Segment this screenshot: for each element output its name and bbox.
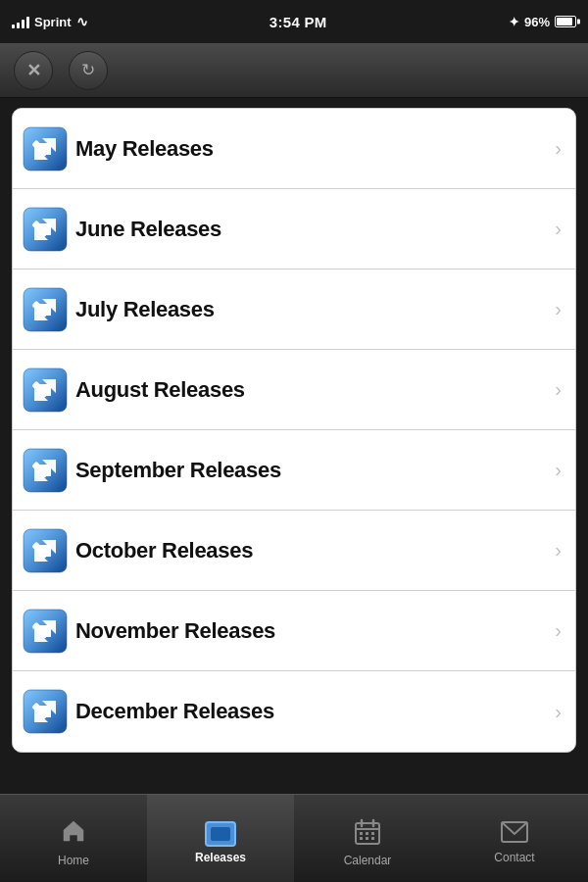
refresh-button[interactable]: ↻ [69, 51, 108, 90]
signal-bars [12, 15, 29, 28]
item-label: December Releases [75, 699, 549, 724]
svg-rect-19 [39, 384, 51, 396]
refresh-icon: ↻ [81, 62, 95, 78]
tab-bar: Home Releases Calendar [0, 794, 588, 882]
toolbar: ✕ ↻ [0, 43, 588, 98]
status-left: Sprint ∿ [12, 14, 88, 29]
svg-rect-49 [371, 837, 374, 840]
svg-rect-29 [39, 545, 51, 557]
home-icon [60, 817, 87, 850]
chevron-right-icon: › [555, 378, 562, 401]
tab-contact[interactable]: Contact [441, 795, 588, 882]
close-button[interactable]: ✕ [14, 51, 53, 90]
item-arrow-icon [23, 126, 68, 172]
bluetooth-icon: ✦ [509, 15, 519, 29]
item-arrow-icon [23, 689, 68, 734]
tab-releases-label: Releases [195, 851, 246, 864]
item-label: November Releases [75, 618, 549, 644]
svg-rect-39 [39, 706, 51, 717]
item-arrow-icon [23, 287, 68, 332]
chevron-right-icon: › [555, 701, 562, 723]
calendar-icon [354, 818, 381, 850]
item-label: October Releases [75, 538, 549, 564]
svg-rect-4 [39, 143, 51, 155]
releases-list: May Releases› [12, 108, 576, 753]
svg-rect-14 [39, 304, 51, 316]
tab-releases[interactable]: Releases [147, 795, 294, 882]
tab-calendar[interactable]: Calendar [294, 795, 441, 882]
list-item[interactable]: August Releases› [13, 350, 575, 430]
item-arrow-icon [23, 368, 68, 413]
svg-rect-48 [366, 837, 368, 840]
status-right: ✦ 96% [509, 15, 576, 29]
svg-rect-24 [39, 465, 51, 476]
list-item[interactable]: November Releases› [13, 591, 575, 671]
battery-icon [555, 16, 576, 27]
tab-calendar-label: Calendar [344, 854, 392, 867]
time-label: 3:54 PM [270, 14, 327, 30]
chevron-right-icon: › [555, 539, 562, 562]
status-bar: Sprint ∿ 3:54 PM ✦ 96% [0, 0, 588, 43]
item-arrow-icon [23, 207, 68, 252]
item-label: May Releases [75, 136, 549, 162]
item-label: July Releases [75, 297, 549, 322]
item-label: August Releases [75, 377, 549, 403]
item-arrow-icon [23, 528, 68, 573]
chevron-right-icon: › [555, 137, 562, 160]
item-label: June Releases [75, 217, 549, 242]
svg-rect-45 [366, 832, 368, 835]
svg-rect-47 [360, 837, 363, 840]
item-arrow-icon [23, 609, 68, 654]
chevron-right-icon: › [555, 619, 562, 642]
battery-percent: 96% [524, 15, 550, 29]
list-item[interactable]: June Releases› [13, 189, 575, 270]
tab-home[interactable]: Home [0, 795, 147, 882]
tab-home-label: Home [58, 854, 89, 867]
wifi-icon: ∿ [76, 14, 88, 29]
tab-contact-label: Contact [494, 851, 534, 864]
list-item[interactable]: July Releases› [13, 270, 575, 350]
chevron-right-icon: › [555, 218, 562, 240]
item-arrow-icon [23, 448, 68, 493]
list-item[interactable]: September Releases› [13, 430, 575, 511]
chevron-right-icon: › [555, 459, 562, 481]
svg-rect-46 [371, 832, 374, 835]
mail-icon [501, 821, 528, 847]
svg-rect-9 [39, 223, 51, 235]
svg-rect-44 [360, 832, 363, 835]
chevron-right-icon: › [555, 298, 562, 320]
close-icon: ✕ [26, 62, 41, 79]
item-label: September Releases [75, 458, 549, 483]
list-item[interactable]: May Releases› [13, 109, 575, 189]
list-item[interactable]: December Releases› [13, 671, 575, 752]
carrier-label: Sprint [34, 15, 72, 29]
list-item[interactable]: October Releases› [13, 511, 575, 591]
releases-tab-icon [205, 821, 236, 847]
svg-rect-34 [39, 625, 51, 637]
